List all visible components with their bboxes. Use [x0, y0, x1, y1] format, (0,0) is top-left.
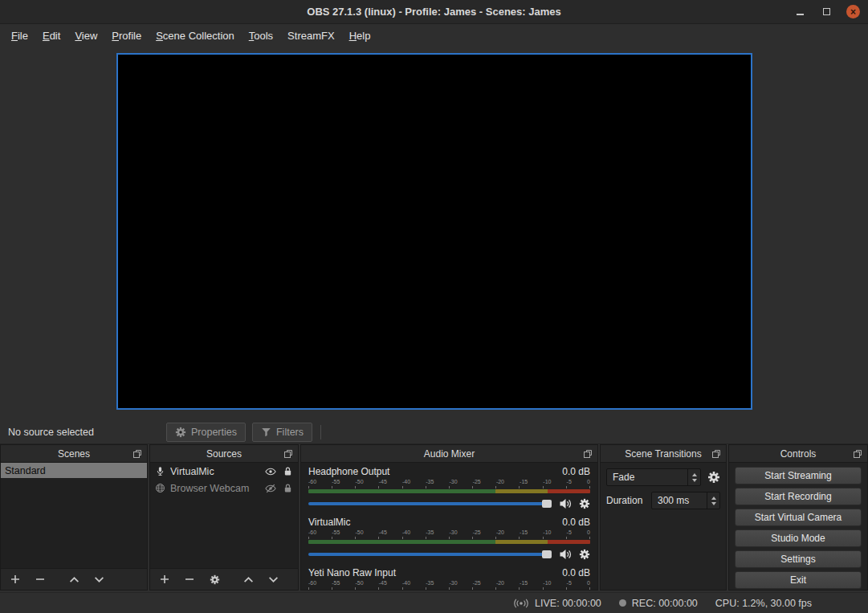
- mixer-channel-level: 0.0 dB: [562, 466, 590, 477]
- volume-slider[interactable]: [308, 500, 552, 508]
- studio-mode-button[interactable]: Studio Mode: [735, 529, 862, 547]
- audio-mixer-title: Audio Mixer: [424, 448, 475, 460]
- visibility-eye-icon[interactable]: [265, 466, 276, 477]
- properties-button[interactable]: Properties: [166, 423, 246, 442]
- source-item-browser-webcam[interactable]: Browser Webcam: [150, 480, 298, 497]
- mixer-channel-virtualmic: VirtualMic 0.0 dB -60-55-50-45-40-35-30-…: [301, 513, 597, 560]
- add-source-button[interactable]: [159, 574, 170, 585]
- status-bar: LIVE: 00:00:00 REC: 00:00:00 CPU: 1.2%, …: [0, 592, 868, 613]
- menu-tools[interactable]: Tools: [242, 24, 280, 47]
- chevron-down-icon: [268, 574, 279, 585]
- globe-icon: [155, 483, 165, 493]
- scene-item-standard[interactable]: Standard: [1, 463, 147, 478]
- chevron-down-icon: [692, 479, 697, 482]
- rec-status-group: REC: 00:00:00: [619, 598, 698, 609]
- transition-properties-button[interactable]: [707, 471, 720, 484]
- popout-icon[interactable]: [283, 448, 294, 460]
- start-recording-button[interactable]: Start Recording: [735, 488, 862, 505]
- add-scene-button[interactable]: [10, 574, 21, 585]
- menu-help[interactable]: Help: [342, 24, 378, 47]
- scene-transitions-panel: Scene Transitions Fade: [600, 444, 727, 591]
- audio-mixer-body: Headphone Output 0.0 dB -60-55-50-45-40-…: [301, 463, 597, 590]
- move-source-up-button[interactable]: [242, 574, 254, 585]
- menu-profile[interactable]: Profile: [104, 24, 149, 47]
- properties-label: Properties: [191, 427, 237, 438]
- live-status-group: LIVE: 00:00:00: [513, 598, 601, 609]
- menu-edit[interactable]: Edit: [35, 24, 67, 47]
- popout-icon[interactable]: [582, 448, 593, 460]
- preview-canvas[interactable]: [116, 53, 752, 410]
- broadcast-icon: [513, 599, 529, 608]
- popout-icon[interactable]: [132, 448, 143, 460]
- start-virtual-camera-button[interactable]: Start Virtual Camera: [735, 509, 862, 526]
- gear-icon[interactable]: [579, 498, 590, 509]
- duration-spinbox[interactable]: 300 ms: [651, 492, 720, 509]
- popout-icon[interactable]: [852, 448, 863, 460]
- microphone-icon: [155, 466, 165, 476]
- popout-icon[interactable]: [711, 448, 722, 460]
- source-item-virtualmic[interactable]: VirtualMic: [150, 463, 298, 480]
- duration-spinner[interactable]: [707, 492, 719, 509]
- gear-icon[interactable]: [579, 549, 590, 560]
- minimize-button[interactable]: [793, 5, 807, 18]
- filters-label: Filters: [276, 427, 304, 438]
- settings-button[interactable]: Settings: [735, 550, 862, 568]
- sources-panel-title: Sources: [206, 448, 242, 460]
- mixer-channel-name: Yeti Nano Raw Input: [308, 567, 396, 578]
- move-scene-down-button[interactable]: [93, 574, 104, 585]
- exit-button[interactable]: Exit: [735, 571, 862, 589]
- mixer-channel-headphone-output: Headphone Output 0.0 dB -60-55-50-45-40-…: [301, 463, 597, 509]
- chevron-up-icon: [243, 574, 254, 585]
- window-title: OBS 27.1.3 (linux) - Profile: James - Sc…: [307, 6, 560, 18]
- volume-slider-handle[interactable]: [542, 550, 552, 558]
- speaker-icon[interactable]: [559, 548, 572, 561]
- controls-body: Start Streaming Start Recording Start Vi…: [729, 463, 867, 590]
- duration-label: Duration: [606, 495, 651, 506]
- close-button[interactable]: ×: [846, 5, 860, 18]
- menu-file[interactable]: File: [4, 24, 35, 47]
- volume-meter: [308, 489, 590, 493]
- scenes-panel-header: Scenes: [1, 445, 147, 463]
- volume-slider[interactable]: [308, 550, 552, 558]
- start-streaming-button[interactable]: Start Streaming: [735, 467, 862, 484]
- title-bar: OBS 27.1.3 (linux) - Profile: James - Sc…: [0, 0, 868, 24]
- remove-source-button[interactable]: [184, 574, 195, 585]
- menu-view[interactable]: View: [67, 24, 104, 47]
- select-spinner[interactable]: [687, 469, 700, 485]
- menu-streamfx[interactable]: StreamFX: [280, 24, 342, 47]
- live-status: LIVE: 00:00:00: [535, 598, 601, 609]
- preview-area: [0, 47, 868, 420]
- scenes-toolbar: [1, 568, 147, 590]
- rec-indicator-dot: [619, 599, 626, 607]
- source-properties-button[interactable]: [209, 574, 220, 585]
- filter-icon: [261, 427, 271, 437]
- minus-icon: [35, 574, 45, 584]
- lock-icon[interactable]: [283, 466, 293, 476]
- scene-transitions-header: Scene Transitions: [601, 445, 726, 463]
- transition-select[interactable]: Fade: [606, 468, 701, 486]
- visibility-eye-off-icon[interactable]: [265, 483, 276, 494]
- rec-status: REC: 00:00:00: [632, 598, 698, 609]
- close-icon: ×: [850, 7, 856, 17]
- remove-scene-button[interactable]: [35, 574, 46, 585]
- move-source-down-button[interactable]: [267, 574, 279, 585]
- source-label: VirtualMic: [170, 466, 260, 477]
- maximize-button[interactable]: [820, 5, 833, 18]
- move-scene-up-button[interactable]: [68, 574, 79, 585]
- mixer-scale: -60-55-50-45-40-35-30-25-20-15-10-50: [308, 580, 590, 586]
- plus-icon: [10, 574, 20, 584]
- volume-slider-handle[interactable]: [542, 500, 552, 508]
- controls-panel: Controls Start Streaming Start Recording…: [728, 444, 868, 591]
- filters-button[interactable]: Filters: [252, 423, 312, 442]
- transition-selected-value: Fade: [607, 472, 687, 483]
- audio-mixer-panel: Audio Mixer Headphone Output 0.0 dB -60-…: [300, 444, 598, 591]
- menu-bar: File Edit View Profile Scene Collection …: [0, 24, 868, 47]
- speaker-icon[interactable]: [559, 497, 572, 510]
- sources-toolbar: [150, 568, 298, 590]
- chevron-up-icon: [711, 497, 716, 500]
- scenes-list: Standard: [1, 463, 147, 568]
- lock-icon[interactable]: [283, 483, 293, 493]
- volume-slider-track: [308, 502, 552, 505]
- chevron-down-icon: [711, 502, 716, 505]
- menu-scene-collection[interactable]: Scene Collection: [149, 24, 242, 47]
